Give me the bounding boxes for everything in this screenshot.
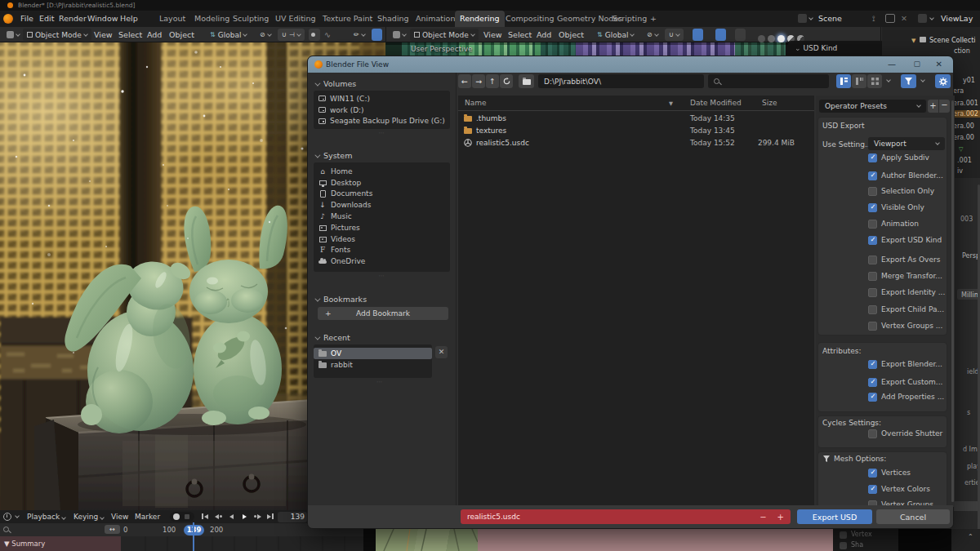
tab-add[interactable]: + [645,11,662,27]
checkbox-merge-transform[interactable] [868,272,877,281]
autokey-button[interactable] [170,512,194,522]
preset-add-button[interactable]: + [928,100,938,113]
maximize-button[interactable]: ▢ [913,60,920,68]
tab-animation[interactable]: Animation [411,11,460,27]
checkbox-export-as-overs[interactable] [868,256,877,264]
properties-scrollbar[interactable] [978,184,980,531]
system-item-pictures[interactable]: Pictures [314,222,450,233]
unlink-icon[interactable]: ✕ [901,14,907,23]
object-mode-dropdown[interactable]: Object Mode [23,29,91,41]
menu-object[interactable]: Object [169,30,194,39]
nav-refresh-button[interactable] [500,74,513,88]
scene-name[interactable]: Scene [818,14,842,23]
preset-remove-button[interactable]: − [939,100,950,113]
system-item-home[interactable]: ⌂Home [314,166,450,177]
path-field[interactable]: D:\PJ\rabbit\OV\ [538,74,704,88]
tab-compositing[interactable]: Compositing [501,11,559,27]
nav-up-button[interactable]: ↑ [486,74,499,88]
column-size[interactable]: Size [762,99,777,107]
file-row[interactable]: textures Today 13:45 [458,124,814,136]
viewlayer-icon[interactable] [918,14,927,23]
cancel-button[interactable]: Cancel [876,509,950,524]
tab-uv-editing[interactable]: UV Editing [270,11,321,27]
view-thumbnail-button[interactable] [867,74,882,88]
section-system[interactable]: System [314,151,352,160]
system-item-fonts[interactable]: FFonts [314,245,450,256]
checkbox-override-shutter[interactable] [868,429,877,438]
menu-view[interactable]: View [94,30,113,39]
system-item-desktop[interactable]: Desktop [314,177,450,189]
outliner-row-collection[interactable]: ction [954,47,970,55]
tab-sculpting[interactable]: Sculpting [228,11,274,27]
snap-dropdown-2[interactable]: ∪ [665,29,684,41]
increment-button[interactable]: + [777,513,784,522]
gizmo-toggle[interactable] [693,29,703,41]
export-usd-button[interactable]: Export USD [797,509,872,524]
tab-texture-paint[interactable]: Texture Paint [318,11,377,27]
menu-add-2[interactable]: Add [537,30,551,39]
recent-item-ov[interactable]: OV [314,348,432,359]
clear-recent-button[interactable]: ✕ [435,346,448,358]
add-bookmark-button[interactable]: +Add Bookmark [318,307,448,320]
checkbox-export-child[interactable] [868,305,877,314]
sort-icon[interactable]: ▼ [669,100,673,107]
checkbox-visible-only[interactable] [868,203,877,212]
timeline-menu-playback[interactable]: Playback [27,513,65,521]
frame-field[interactable]: 139 [278,512,307,522]
overlay-toggle[interactable] [715,29,726,41]
new-folder-button[interactable] [519,74,534,88]
object-mode-dropdown-2[interactable]: Object Mode [410,29,479,41]
transport-controls[interactable] [200,512,275,521]
menu-select-2[interactable]: Select [508,30,532,39]
pivot-dropdown[interactable]: ⊘ [256,29,275,41]
blender-logo-icon[interactable] [3,14,13,24]
section-bookmarks[interactable]: Bookmarks [314,295,367,304]
usd-kind-panel[interactable]: ⌄ USD Kind [788,41,890,56]
checkbox-export-identity[interactable] [868,288,877,297]
checkbox-vertex-colors[interactable] [868,485,877,494]
orientation-dropdown[interactable]: ⇅Global [206,29,251,41]
section-volumes[interactable]: Volumes [314,79,356,88]
menu-select[interactable]: Select [118,30,142,39]
volume-item[interactable]: work (D:) [314,104,450,116]
timeline-menu-marker[interactable]: Marker [135,513,160,521]
menu-window[interactable]: Window [87,14,118,23]
system-item-documents[interactable]: Documents [314,189,450,200]
volume-item[interactable]: Seagate Backup Plus Drive (G:) [314,116,450,127]
menu-help[interactable]: Help [120,14,138,23]
tool-icon[interactable] [372,29,382,41]
checkbox-export-custom[interactable] [868,378,877,387]
timeline-summary-track[interactable]: ▼ Summary [0,536,121,551]
view-horizontal-list-button[interactable] [852,74,866,88]
system-item-onedrive[interactable]: OneDrive [314,256,450,267]
system-item-music[interactable]: ♪Music [314,211,450,222]
minimize-button[interactable]: — [888,60,896,69]
falloff-icon[interactable]: ∿ [324,30,331,39]
snap-dropdown[interactable]: ∪⊣ [278,29,305,41]
settings-gear-button[interactable] [935,74,951,88]
viewlayer-name[interactable]: ViewLay [941,14,973,23]
annotate-dropdown[interactable]: ✏ [350,29,369,41]
checkbox-selection-only[interactable] [868,187,877,196]
tab-rendering[interactable]: Rendering [455,11,505,27]
menu-file[interactable]: File [20,14,33,23]
pin-icon[interactable]: ⟟ [872,14,875,24]
recent-item-rabbit[interactable]: rabbit [314,359,432,371]
system-item-downloads[interactable]: ↓Downloads [314,199,450,211]
outliner-row-scene-collection[interactable]: Scene Collecti [929,37,976,44]
menu-add[interactable]: Add [147,30,162,39]
proportional-icon[interactable] [309,29,320,41]
options-scrollbar[interactable] [951,100,954,502]
nav-forward-button[interactable]: → [472,74,485,88]
pivot-dropdown-2[interactable]: ⊘ [643,29,662,41]
xray-toggle[interactable] [735,29,746,41]
checkbox-apply-subdiv[interactable] [868,153,877,162]
checkbox-vertex-groups-1[interactable] [868,322,877,331]
checkbox-export-blender[interactable] [868,360,877,369]
scene-icon[interactable] [798,14,807,23]
playhead[interactable] [193,522,194,551]
menu-object-2[interactable]: Object [559,30,584,39]
file-row[interactable]: realistic5.usdc Today 15:52 299.4 MiB [458,136,814,149]
checkbox-animation[interactable] [868,220,877,229]
copy-icon[interactable] [885,14,895,23]
